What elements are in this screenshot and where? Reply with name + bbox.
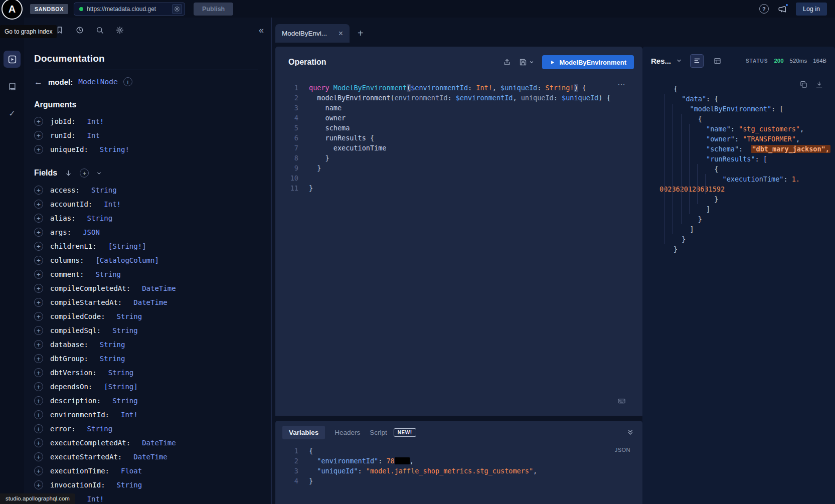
keyboard-shortcuts-icon[interactable] [617,397,626,405]
login-button[interactable]: Log in [796,3,827,16]
schema-field-row[interactable]: +invocationId:String [34,478,258,492]
field-type-link[interactable]: Int! [121,411,138,419]
field-type-link[interactable]: [CatalogColumn] [95,256,158,264]
add-to-query-icon[interactable]: + [34,354,43,363]
add-to-query-icon[interactable]: + [34,117,43,126]
publish-button[interactable]: Publish [194,3,233,16]
add-to-query-icon[interactable]: + [34,270,43,279]
schema-field-row[interactable]: +accountId:Int! [34,197,258,211]
field-type-link[interactable]: String! [100,145,129,153]
back-arrow-icon[interactable]: ← [34,78,43,86]
add-to-query-icon[interactable]: + [34,284,43,293]
schema-field-row[interactable]: +childrenL1:[String!] [34,239,258,253]
field-type-link[interactable]: String [95,270,121,278]
variables-editor[interactable]: 1{2 "environmentId": 78,3 "uniqueId": "m… [275,446,642,486]
schema-field-row[interactable]: +uniqueId:String! [34,142,258,156]
add-to-query-icon[interactable]: + [34,298,43,307]
field-type-link[interactable]: String [100,341,125,349]
schema-field-row[interactable]: +executeCompletedAt:DateTime [34,436,258,450]
new-tab-icon[interactable]: + [358,28,364,39]
schema-field-row[interactable]: +compileStartedAt:DateTime [34,295,258,309]
add-to-query-icon[interactable]: + [34,131,43,140]
field-type-link[interactable]: DateTime [133,298,167,306]
help-icon[interactable]: ? [759,4,769,14]
schema-field-row[interactable]: +jobId:Int! [34,114,258,128]
explorer-nav-icon[interactable] [4,51,21,68]
schema-field-row[interactable]: +runId:Int [34,128,258,142]
operation-more-icon[interactable]: … [617,78,626,87]
schema-field-row[interactable]: +dependsOn:[String] [34,380,258,394]
field-type-link[interactable]: String [117,312,142,320]
add-fields-chevron-icon[interactable] [96,171,102,176]
response-title[interactable]: Res... [651,57,671,65]
add-to-query-icon[interactable]: + [34,200,43,209]
field-type-link[interactable]: String [112,397,138,405]
bookmark-icon[interactable] [56,26,64,34]
schema-field-row[interactable]: +args:JSON [34,225,258,239]
field-type-link[interactable]: [String] [104,383,137,391]
tab-variables[interactable]: Variables [282,426,325,439]
schema-field-row[interactable]: +description:String [34,394,258,408]
schema-field-row[interactable]: +alias:String [34,211,258,225]
add-to-query-icon[interactable]: + [34,214,43,223]
field-type-link[interactable]: String [117,481,142,489]
apollo-logo[interactable]: A [2,0,23,20]
add-to-query-icon[interactable]: + [34,312,43,321]
add-to-query-icon[interactable]: + [34,424,43,433]
schema-field-row[interactable]: +environmentId:Int! [34,408,258,422]
add-to-query-icon[interactable]: + [34,410,43,419]
field-type-link[interactable]: [String!] [108,242,146,250]
run-operation-button[interactable]: ModelByEnvironment [542,55,634,69]
response-dropdown-chevron-icon[interactable] [676,58,682,64]
schema-field-row[interactable]: +executeStartedAt:DateTime [34,450,258,464]
share-operation-icon[interactable] [503,58,511,66]
add-to-query-icon[interactable]: + [34,326,43,335]
search-icon[interactable] [96,26,104,34]
collapse-bottom-panel-icon[interactable] [627,429,634,436]
field-type-link[interactable]: String [108,369,134,377]
add-to-query-icon[interactable]: + [34,368,43,377]
add-to-query-icon[interactable]: + [34,480,43,489]
add-to-query-icon[interactable]: + [34,186,43,195]
field-type-link[interactable]: JSON [83,228,100,236]
checks-nav-icon[interactable]: ✓ [4,105,21,122]
add-to-query-icon[interactable]: + [34,452,43,461]
add-to-query-icon[interactable]: + [34,438,43,447]
sort-fields-icon[interactable] [65,170,72,177]
operation-editor[interactable]: 1query ModelByEnvironment($environmentId… [275,83,642,396]
schema-field-row[interactable]: +compiledCode:String [34,309,258,323]
field-type-link[interactable]: Int! [87,495,104,503]
graph-endpoint-input[interactable]: https://metadata.cloud.get [74,3,185,16]
add-to-query-icon[interactable]: + [34,145,43,154]
add-all-fields-icon[interactable]: + [123,77,132,86]
tree-view-toggle-icon[interactable] [690,54,704,68]
schema-field-row[interactable]: +error:String [34,422,258,436]
schema-field-row[interactable]: +dbtVersion:String [34,366,258,380]
add-to-query-icon[interactable]: + [34,228,43,237]
schema-field-row[interactable]: +executionTime:Float [34,464,258,478]
add-to-query-icon[interactable]: + [34,466,43,475]
field-type-link[interactable]: String [91,186,117,194]
field-type-link[interactable]: DateTime [142,284,176,292]
add-to-query-icon[interactable]: + [34,340,43,349]
add-to-query-icon[interactable]: + [34,242,43,251]
table-view-toggle-icon[interactable] [714,57,721,65]
field-type-link[interactable]: DateTime [142,439,176,447]
schema-field-row[interactable]: +comment:String [34,267,258,281]
field-type-link[interactable]: String [100,355,125,363]
field-type-link[interactable]: String [87,214,113,222]
connection-settings-icon[interactable] [172,4,182,14]
field-type-link[interactable]: DateTime [133,453,167,461]
tab-headers[interactable]: Headers [335,429,360,436]
collapse-panel-icon[interactable]: « [259,26,264,35]
history-icon[interactable] [76,26,84,34]
schema-field-row[interactable]: +access:String [34,183,258,197]
settings-gear-icon[interactable] [116,26,124,34]
add-to-query-icon[interactable]: + [34,382,43,391]
close-tab-icon[interactable]: × [339,29,343,38]
field-type-link[interactable]: Int! [87,117,104,125]
field-type-link[interactable]: String [112,326,138,334]
add-to-query-icon[interactable]: + [34,256,43,265]
save-operation-button[interactable] [519,58,534,66]
schema-field-row[interactable]: +columns:[CatalogColumn] [34,253,258,267]
